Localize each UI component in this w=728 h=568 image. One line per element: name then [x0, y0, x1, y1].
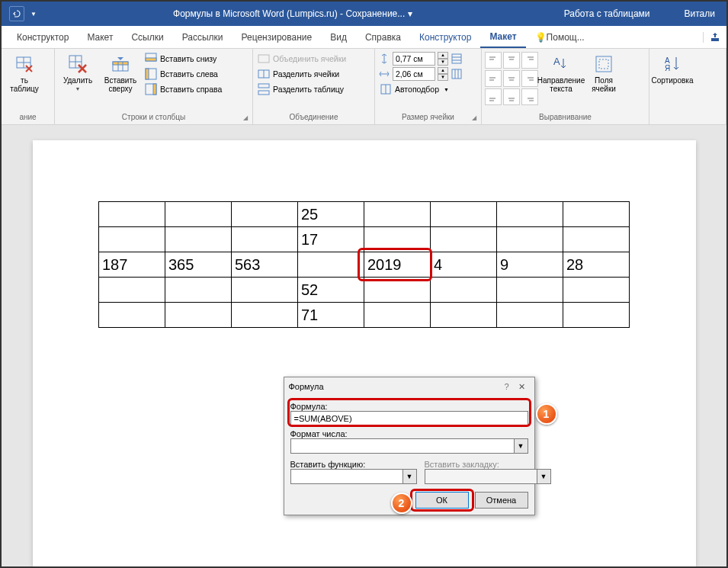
split-cells-label: Разделить ячейки [273, 69, 339, 79]
tell-me-label: Помощ... [547, 32, 585, 43]
callout-badge-1: 1 [536, 403, 557, 425]
align-mc[interactable] [503, 70, 520, 87]
table-row: 17 [99, 227, 630, 252]
tab-rassylki[interactable]: Рассылки [173, 26, 233, 48]
svg-rect-24 [258, 91, 269, 95]
table-row: 52 [99, 278, 630, 303]
split-table-button[interactable]: Разделить таблицу [256, 82, 348, 96]
merge-cells-button: Объединить ячейки [256, 52, 348, 66]
align-br[interactable] [521, 88, 538, 105]
format-label: Формат числа: [290, 429, 528, 438]
group-merge-label: Объединение [256, 113, 371, 123]
func-input[interactable] [290, 469, 403, 484]
insert-left-button[interactable]: Вставить слева [143, 67, 223, 81]
spinner-up[interactable]: ▲ [438, 67, 448, 74]
svg-rect-28 [452, 69, 461, 79]
row-height-input[interactable] [393, 52, 435, 66]
align-bl[interactable] [485, 88, 502, 105]
titlebar: ▼ Формулы в Microsoft Word (Lumpics.ru) … [2, 2, 726, 26]
group-rowscols-label: Строки и столбцы [122, 113, 185, 121]
tab-konstruktor[interactable]: Конструктор [8, 26, 78, 48]
text-direction-button[interactable]: A Направление текста [541, 52, 581, 95]
distribute-cols-icon[interactable] [451, 68, 463, 80]
chevron-down-icon: ▼ [444, 87, 449, 92]
chevron-down-icon[interactable]: ▼ [537, 469, 551, 484]
svg-rect-17 [146, 69, 149, 79]
delete-button[interactable]: Удалить ▼ [58, 52, 98, 93]
svg-rect-11 [113, 62, 128, 65]
svg-rect-15 [146, 58, 156, 61]
func-label: Вставить функцию: [290, 460, 417, 469]
close-icon[interactable]: ✕ [515, 382, 530, 392]
distribute-rows-icon[interactable] [451, 53, 463, 65]
autofit-button[interactable]: Автоподбор ▼ [378, 82, 463, 96]
chevron-down-icon: ▼ [75, 86, 81, 91]
tab-konstruktor2[interactable]: Конструктор [410, 26, 480, 48]
align-ml[interactable] [485, 70, 502, 87]
tab-spravka[interactable]: Справка [356, 26, 410, 48]
spinner-up[interactable]: ▲ [438, 52, 448, 59]
format-input[interactable] [290, 438, 515, 454]
svg-rect-23 [258, 84, 269, 88]
undo-icon[interactable] [9, 6, 24, 21]
dialog-title: Формула [289, 382, 499, 391]
split-cells-button[interactable]: Разделить ячейки [256, 67, 348, 81]
user-name[interactable]: Витали [673, 8, 726, 19]
alignment-grid [485, 52, 538, 105]
sort-button[interactable]: АЯ Сортировка [653, 52, 692, 86]
chevron-down-icon[interactable]: ▼ [403, 469, 417, 484]
insert-below-label: Вставить снизу [160, 54, 216, 63]
insert-below-button[interactable]: Вставить снизу [143, 52, 223, 66]
align-tl[interactable] [485, 52, 502, 69]
cancel-button[interactable]: Отмена [475, 492, 528, 509]
word-table[interactable]: 25 17 18736556320194928 52 71 [98, 201, 630, 328]
cell-margins-button[interactable]: Поля ячейки [584, 52, 624, 95]
text-direction-label: Направление текста [537, 76, 585, 93]
cell-margins-label: Поля ячейки [585, 76, 622, 93]
chevron-down-icon[interactable]: ▼ [515, 438, 528, 454]
context-tab-tabletools: Работа с таблицами [541, 2, 673, 26]
group-align-label: Выравнивание [485, 113, 646, 123]
ok-button[interactable]: ОК [415, 492, 469, 509]
formula-label: Формула: [290, 402, 528, 411]
group-draw-label: ание [5, 113, 51, 123]
spinner-down[interactable]: ▼ [438, 74, 448, 81]
align-bc[interactable] [503, 88, 520, 105]
share-icon[interactable] [703, 32, 726, 43]
qat-dropdown-icon[interactable]: ▼ [30, 11, 37, 18]
tell-me[interactable]: 💡 Помощ... [526, 26, 594, 48]
table-row: 71 [99, 303, 630, 328]
group-size-label: Размер ячейки [402, 113, 454, 121]
help-icon[interactable]: ? [499, 382, 515, 391]
sort-label: Сортировка [652, 76, 694, 85]
tab-maket[interactable]: Макет [78, 26, 122, 48]
col-width-input[interactable] [393, 67, 435, 81]
split-table-label: Разделить таблицу [273, 85, 344, 94]
tab-recenz[interactable]: Рецензирование [233, 26, 322, 48]
align-mr[interactable] [521, 70, 538, 87]
svg-rect-25 [452, 54, 461, 63]
erase-table-button[interactable]: ть таблицу [5, 52, 44, 95]
align-tc[interactable] [503, 52, 520, 69]
dialog-launcher-icon[interactable]: ◢ [243, 114, 248, 121]
insert-above-button[interactable]: Вставить сверху [101, 52, 140, 95]
formula-input[interactable] [290, 411, 528, 426]
align-tr[interactable] [521, 52, 538, 69]
autofit-label: Автоподбор [395, 85, 439, 94]
delete-label: Удалить [63, 76, 92, 85]
tab-ssylki[interactable]: Ссылки [122, 26, 172, 48]
dialog-launcher-icon[interactable]: ◢ [472, 114, 476, 121]
merge-cells-label: Объединить ячейки [273, 54, 346, 63]
col-width-icon [378, 68, 390, 80]
svg-rect-20 [258, 55, 269, 63]
document-area: 25 17 18736556320194928 52 71 Формула ? … [2, 125, 726, 566]
table-row: 18736556320194928 [99, 252, 630, 278]
tab-maket2[interactable]: Макет [480, 26, 525, 48]
ribbon: ть таблицу ание Удалить ▼ Вставить сверх… [2, 49, 726, 125]
bookmark-input [425, 469, 537, 484]
tab-vid[interactable]: Вид [321, 26, 356, 48]
table-row: 25 [99, 202, 630, 227]
insert-right-button[interactable]: Вставить справа [143, 82, 223, 96]
svg-rect-53 [599, 59, 608, 69]
spinner-down[interactable]: ▼ [438, 59, 448, 66]
